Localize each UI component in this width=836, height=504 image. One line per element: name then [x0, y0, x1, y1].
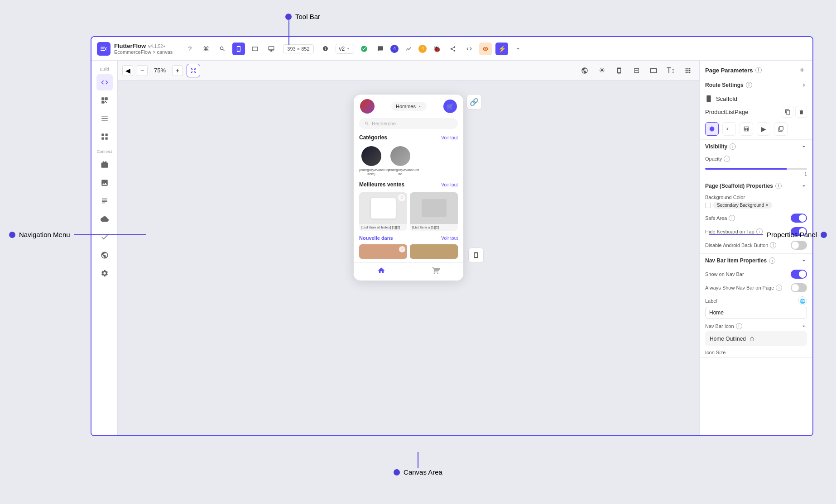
product-card-2[interactable]: [List Item a [1][2] [410, 192, 458, 231]
add-param-button[interactable]: + [797, 65, 807, 75]
new-product-1[interactable]: ♡ [359, 244, 407, 259]
search-bar[interactable]: Recherche [359, 118, 458, 129]
cart-button[interactable]: 🛒 [443, 100, 457, 113]
always-show-nav-label: Always Show Nav Bar on Page [705, 285, 774, 290]
activity-button[interactable] [402, 43, 415, 55]
tool-code-btn[interactable] [774, 122, 788, 136]
opacity-slider[interactable] [705, 168, 807, 170]
split-button[interactable]: ⊟ [629, 64, 643, 77]
disable-android-toggle[interactable] [791, 241, 807, 250]
nav-bar-item-label: Nav Bar Item Properties [705, 257, 767, 264]
tool-table-btn[interactable] [740, 122, 753, 136]
scaffold-copy-button[interactable] [782, 106, 793, 118]
help-button[interactable]: ? [183, 43, 196, 55]
sun-button[interactable]: ☀ [595, 64, 609, 77]
props-annotation-label: Properties Panel [767, 231, 817, 238]
chat-button[interactable] [374, 43, 387, 55]
tablet-canvas-button[interactable] [647, 64, 660, 77]
secondary-background-tag[interactable]: Secondary Background × [713, 202, 772, 209]
phone-mockup: Hommes 🛒 Recherche [353, 94, 464, 281]
secondary-background-close[interactable]: × [766, 203, 769, 208]
product-label-1: [List Item at Index] [1][2] [359, 224, 407, 231]
home-nav-icon[interactable] [377, 266, 385, 277]
search-placeholder: Recherche [372, 121, 396, 126]
size-info-button[interactable] [319, 43, 332, 55]
disable-android-row: Disable Android Back Button i [700, 238, 812, 253]
phone-header: Hommes 🛒 [354, 95, 463, 118]
heart-icon-1[interactable]: ♡ [398, 194, 405, 201]
product-card-1[interactable]: ♡ [List Item at Index] [1][2] [359, 192, 407, 231]
zoom-fit-button[interactable] [187, 64, 200, 77]
scaffold-props-header[interactable]: Page (Scaffold) Properties i [700, 179, 812, 193]
tool-play-btn[interactable]: ▶ [757, 122, 770, 136]
route-settings-info-icon[interactable]: i [746, 82, 752, 88]
nav-icon-layers[interactable] [96, 110, 113, 127]
zoom-in-button[interactable]: + [172, 65, 183, 76]
tablet-view-button[interactable] [249, 43, 261, 55]
category-item-1[interactable]: [categoryAvatarList item] [359, 146, 384, 176]
globe-button[interactable] [578, 64, 591, 77]
link-indicator-button[interactable]: 🔗 [466, 94, 482, 109]
visibility-info-icon[interactable]: i [730, 143, 736, 150]
disable-android-info-icon[interactable]: i [770, 242, 776, 248]
route-settings-header[interactable]: Route Settings i [700, 78, 812, 92]
nav-bar-icon-info[interactable]: i [736, 323, 742, 329]
expand-button[interactable] [512, 43, 524, 55]
cart-nav-icon[interactable] [432, 266, 440, 277]
nav-icon-media[interactable] [96, 175, 113, 191]
nav-icon-data[interactable] [96, 157, 113, 173]
page-params-info-icon[interactable]: i [755, 67, 762, 73]
nav-icon-text[interactable] [96, 193, 113, 209]
scaffold-delete-button[interactable] [795, 106, 807, 118]
mobile-canvas-button[interactable] [612, 64, 626, 77]
nav-bar-info-icon[interactable]: i [769, 257, 775, 264]
label-input[interactable] [705, 307, 807, 319]
show-on-nav-toggle[interactable] [791, 270, 807, 279]
run-button[interactable]: ⚡ [495, 43, 508, 55]
background-color-checkbox[interactable] [705, 203, 711, 208]
opacity-info-icon[interactable]: i [724, 156, 730, 162]
visibility-header[interactable]: Visibility i [700, 140, 812, 153]
label-info-btn[interactable]: 🌐 [798, 296, 807, 305]
always-show-nav-toggle[interactable] [791, 283, 807, 292]
canvas-annotation-dot [394, 469, 400, 475]
nav-icon-build[interactable] [96, 74, 113, 90]
device-indicator-button[interactable] [468, 247, 484, 263]
nav-icon-cloud[interactable] [96, 211, 113, 227]
zoom-out-button[interactable]: − [137, 65, 148, 76]
scaffold-props-info-icon[interactable]: i [775, 183, 782, 189]
category-item-2[interactable]: [categoryAvatarList ite [388, 146, 413, 176]
text-size-button[interactable]: T↕ [664, 64, 677, 77]
bug-button[interactable]: 🐞 [430, 43, 443, 55]
safe-area-toggle[interactable] [791, 214, 807, 223]
check-button[interactable] [358, 43, 370, 55]
new-voir-tout[interactable]: Voir tout [441, 236, 458, 241]
tool-properties-btn[interactable] [705, 122, 719, 136]
code-button[interactable] [463, 43, 476, 55]
nav-bar-section: Nav Bar Item Properties i Show on Nav Ba… [700, 254, 812, 358]
mobile-view-button[interactable] [232, 43, 245, 55]
new-product-2[interactable] [410, 244, 458, 259]
phone-bottom-nav [354, 262, 463, 281]
bestsellers-voir-tout[interactable]: Voir tout [441, 182, 458, 187]
shortcuts-button[interactable]: ⌘ [200, 43, 212, 55]
safe-area-info-icon[interactable]: i [729, 215, 735, 221]
nav-bar-header[interactable]: Nav Bar Item Properties i [700, 254, 812, 267]
share-button[interactable] [447, 43, 459, 55]
icon-selector[interactable]: Home Outlined ⌂ [705, 331, 807, 346]
grid-button[interactable] [681, 64, 695, 77]
sidebar-toggle-button[interactable]: ◀ [122, 65, 133, 76]
new-header: Nouvelle dans Voir tout [354, 233, 463, 242]
nav-icon-widgets[interactable] [96, 92, 113, 109]
tool-actions-btn[interactable] [722, 122, 736, 136]
always-show-info-icon[interactable]: i [776, 285, 782, 291]
nav-icon-settings[interactable] [96, 265, 113, 281]
search-button[interactable] [216, 43, 229, 55]
version-dropdown[interactable]: v2 [336, 44, 355, 54]
nav-icon-components[interactable] [96, 128, 113, 145]
preview-button[interactable] [479, 43, 492, 55]
nav-icon-api[interactable] [96, 247, 113, 263]
categories-voir-tout[interactable]: Voir tout [441, 135, 458, 140]
desktop-view-button[interactable] [265, 43, 278, 55]
category-dropdown[interactable]: Hommes [391, 102, 427, 111]
